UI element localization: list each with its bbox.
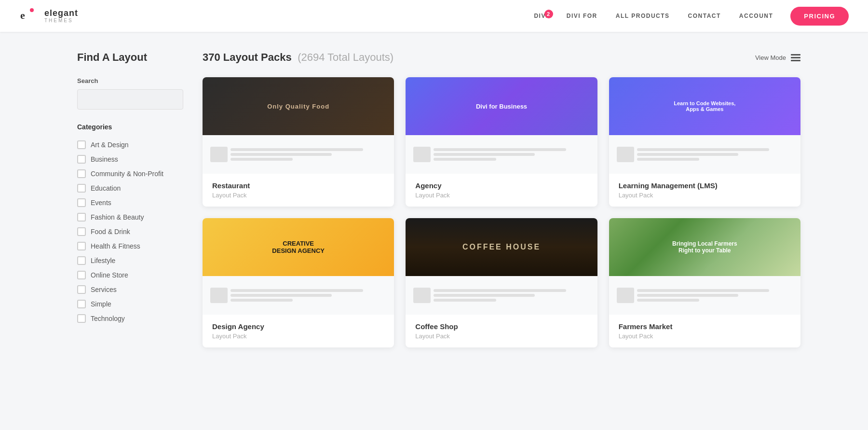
card-info: Coffee Shop Layout Pack [406,315,597,347]
category-item-technology[interactable]: Technology [77,311,183,326]
card-preview-bottom [203,135,394,174]
search-input[interactable] [77,89,183,110]
preview-line [231,158,293,161]
category-label: Online Store [91,271,128,279]
category-checkbox[interactable] [77,213,86,222]
nav-divi-for[interactable]: DIVI FOR [560,9,604,23]
category-checkbox[interactable] [77,271,86,279]
category-item-food-&-drink[interactable]: Food & Drink [77,224,183,239]
category-label: Simple [91,300,111,308]
layout-count: 370 Layout Packs (2694 Total Layouts) [203,51,393,64]
category-checkbox[interactable] [77,169,86,178]
preview-line [434,153,535,156]
card-type: Layout Pack [212,192,384,199]
preview-line [637,289,770,292]
layout-card-design-agency[interactable]: CREATIVE DESIGN AGENCY Design Agency Lay… [203,218,394,347]
category-item-simple[interactable]: Simple [77,297,183,311]
category-checkbox[interactable] [77,314,86,323]
preview-line [231,294,332,297]
preview-line [434,148,566,151]
card-preview-bottom [609,276,800,315]
category-checkbox[interactable] [77,227,86,236]
layout-card-learning-management-lms[interactable]: Learn to Code Websites, Apps & Games Lea… [609,77,800,207]
preview-thumb [210,147,228,162]
category-item-health-&-fitness[interactable]: Health & Fitness [77,239,183,253]
category-item-lifestyle[interactable]: Lifestyle [77,253,183,268]
card-name: Restaurant [212,181,384,190]
sidebar-title: Find A Layout [77,51,183,64]
layout-card-agency[interactable]: Divi for Business Agency Layout Pack [406,77,597,207]
view-mode-toggle[interactable]: View Mode [755,54,800,61]
content-header: 370 Layout Packs (2694 Total Layouts) Vi… [203,51,800,64]
category-item-fashion-&-beauty[interactable]: Fashion & Beauty [77,210,183,224]
svg-text:e: e [20,9,25,21]
category-label: Community & Non-Profit [91,170,163,178]
preview-line [231,289,363,292]
category-checkbox[interactable] [77,140,86,149]
category-checkbox[interactable] [77,242,86,250]
view-mode-icon [791,54,800,61]
category-label: Technology [91,315,125,322]
card-type: Layout Pack [619,192,791,199]
card-preview-top: Learn to Code Websites, Apps & Games [609,77,800,135]
category-checkbox[interactable] [77,155,86,164]
logo-text: elegant themes [44,9,78,24]
layout-count-title: 370 Layout Packs [203,51,292,63]
card-preview-bottom [406,276,597,315]
category-label: Lifestyle [91,257,115,264]
layout-grid: Only Quality Food Restaurant Layout Pack… [203,77,800,347]
sidebar: Find A Layout Search Categories Art & De… [77,51,183,347]
nav-divi[interactable]: DIVI 2 [527,9,555,23]
category-checkbox[interactable] [77,184,86,193]
category-checkbox[interactable] [77,256,86,265]
card-preview: Only Quality Food [203,77,394,174]
card-preview-top: CREATIVE DESIGN AGENCY [203,218,394,276]
category-item-business[interactable]: Business [77,152,183,166]
preview-thumb [210,288,228,303]
category-label: Services [91,286,117,293]
main-content: 370 Layout Packs (2694 Total Layouts) Vi… [203,51,800,347]
preview-line [434,294,535,297]
category-label: Business [91,155,118,163]
site-header: e elegant themes DIVI 2 DIVI FOR ALL PRO… [0,0,868,32]
search-label: Search [77,77,183,84]
layout-card-restaurant[interactable]: Only Quality Food Restaurant Layout Pack [203,77,394,207]
category-item-education[interactable]: Education [77,181,183,195]
category-item-services[interactable]: Services [77,282,183,297]
nav-contact[interactable]: CONTACT [681,9,728,23]
page-wrapper: Find A Layout Search Categories Art & De… [48,32,820,367]
pricing-button[interactable]: PRICING [790,7,849,26]
layout-card-farmers-market[interactable]: Bringing Local Farmers Right to your Tab… [609,218,800,347]
preview-thumb [617,147,634,162]
card-preview-bottom [609,135,800,174]
preview-thumb [413,147,431,162]
preview-line [434,299,496,302]
category-item-art-&-design[interactable]: Art & Design [77,138,183,152]
card-preview: CREATIVE DESIGN AGENCY [203,218,394,315]
card-type: Layout Pack [415,333,587,340]
view-mode-label: View Mode [755,54,786,61]
category-checkbox[interactable] [77,198,86,207]
category-label: Events [91,199,111,207]
category-item-online-store[interactable]: Online Store [77,268,183,282]
layout-count-sub: (2694 Total Layouts) [298,51,393,63]
preview-thumb [617,288,634,303]
categories-title: Categories [77,123,183,131]
layout-card-coffee-shop[interactable]: COFFEE HOUSE Coffee Shop Layout Pack [406,218,597,347]
card-preview-top: COFFEE HOUSE [406,218,597,276]
preview-line [231,299,293,302]
card-name: Design Agency [212,322,384,331]
category-item-events[interactable]: Events [77,195,183,210]
categories-list: Art & Design Business Community & Non-Pr… [77,138,183,326]
nav-account[interactable]: ACCOUNT [732,9,780,23]
card-preview-bottom [203,276,394,315]
category-label: Fashion & Beauty [91,213,144,221]
card-info: Restaurant Layout Pack [203,174,394,207]
logo[interactable]: e elegant themes [19,5,78,27]
category-checkbox[interactable] [77,300,86,308]
category-checkbox[interactable] [77,285,86,294]
card-name: Farmers Market [619,322,791,331]
category-label: Health & Fitness [91,242,140,250]
category-item-community-&-non-profit[interactable]: Community & Non-Profit [77,166,183,181]
nav-all-products[interactable]: ALL PRODUCTS [609,9,677,23]
